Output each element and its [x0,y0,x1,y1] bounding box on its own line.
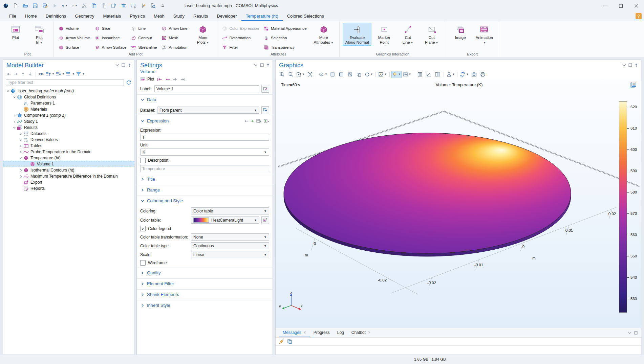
expand-icon[interactable] [18,138,23,141]
show-eye-button[interactable] [38,71,44,77]
plot-button[interactable]: Plot [5,23,26,41]
tree-item-study-1[interactable]: Study 1 [3,118,134,124]
dataset-goto-button[interactable] [261,106,269,114]
dataset-select[interactable]: From parent▼ [157,107,259,114]
save-as-button[interactable] [42,3,48,9]
expand-all-button[interactable]: ▼ [45,71,55,77]
evaluate-along-normal-button[interactable]: EvaluateAlong Normal [343,23,371,46]
tree-item-volume-1[interactable]: Volume 1 [3,161,134,167]
tree-item-tables[interactable]: Tables [3,143,134,149]
nav-forward-button[interactable] [13,71,19,77]
update-button[interactable]: ▼ [459,71,469,78]
scene-light-button[interactable]: ▼ [391,71,402,78]
description-checkbox[interactable] [140,158,146,163]
ribbon-tab-definitions[interactable]: Definitions [41,12,71,21]
dock-tab-chatbot[interactable]: Chatbot× [348,328,374,337]
section-title[interactable]: Title [137,174,273,184]
view-yz-button[interactable] [337,71,346,78]
unit-select[interactable]: K▼ [140,149,269,156]
collapse-icon[interactable] [12,96,17,99]
colortable-add-button[interactable] [261,216,269,224]
panel-float-icon[interactable] [260,63,264,67]
dock-menu-icon[interactable] [628,331,631,335]
transparency-button[interactable]: Transparency [262,44,309,51]
section-data[interactable]: Data [137,94,273,105]
panel-pin-icon[interactable] [128,63,131,67]
dock-float-icon[interactable] [634,331,638,335]
ribbon-tab-results[interactable]: Results [189,12,212,21]
contour-button[interactable]: Contour [130,35,159,41]
tree-item-derived-values[interactable]: 8.85e-12Derived Values [3,137,134,143]
copy-messages-icon[interactable] [287,339,292,344]
ribbon-collapse-button[interactable] [160,3,166,9]
open-file-button[interactable] [22,3,28,9]
tree-item-temperature-ht[interactable]: Temperature (ht) [3,155,134,161]
plot-first-icon[interactable] [157,77,162,82]
expand-icon[interactable] [18,132,23,135]
label-edit-button[interactable] [261,85,269,93]
zoom-in-button[interactable] [278,71,286,78]
more-attributes-button[interactable]: MoreAttributes▼ [311,23,336,46]
ribbon-tab-temperature-ht[interactable]: Temperature (ht) [241,12,283,21]
wireframe-checkbox[interactable] [140,260,146,266]
ribbon-tab-mesh[interactable]: Mesh [149,12,169,21]
environment-button[interactable]: ▼ [402,71,412,78]
section-inherit-style[interactable]: Inherit Style [137,300,273,310]
panel-menu-icon[interactable] [254,63,258,67]
colortable-select[interactable]: HeatCameraLight▼ [191,217,259,224]
expr-next-icon[interactable] [250,119,254,123]
section-expression[interactable]: Expression [137,116,273,126]
dock-tab-progress[interactable]: Progress [310,328,334,337]
collapse-icon[interactable] [18,157,23,160]
plot-next-icon[interactable] [173,77,178,82]
expand-icon[interactable] [18,144,23,147]
panel-menu-icon[interactable] [115,63,119,67]
select-box-button[interactable] [130,3,136,9]
tree-filter-button[interactable]: ▼ [76,71,85,77]
surface-button[interactable]: Surface [57,44,93,51]
ribbon-tab-materials[interactable]: Materials [99,12,125,21]
cut-line-button[interactable]: CutLine▼ [397,23,419,46]
section-range[interactable]: Range [137,185,273,195]
move-down-button[interactable] [27,71,33,77]
tree-nodes-button[interactable]: ▼ [66,71,75,77]
filter-button[interactable]: Filter [221,44,262,51]
show-grid-button[interactable] [416,71,424,78]
delete-button[interactable] [121,3,127,9]
ribbon-tab-physics[interactable]: Physics [125,12,149,21]
panel-pin-icon[interactable] [266,63,270,67]
print-button[interactable] [478,71,487,78]
plot-last-icon[interactable] [180,77,186,82]
pointer-flash-button[interactable] [140,3,146,9]
colortable-type-select[interactable]: Continuous▼ [191,242,269,249]
deformation-button[interactable]: Deformation [221,35,262,41]
ribbon-tab-file[interactable]: File [5,12,21,21]
slice-button[interactable]: Slice [93,25,129,32]
expand-icon[interactable] [18,175,23,178]
orthographic-button[interactable] [355,71,363,78]
clear-messages-icon[interactable] [279,339,284,344]
tree-item-materials[interactable]: Materials [3,106,134,112]
redo-button[interactable]: ▼ [71,3,78,9]
plot-area[interactable]: Time=60 s Volume: Temperature (K) 0m-0.0… [276,79,641,329]
view-xy-button[interactable] [328,71,337,78]
tree-item-results[interactable]: Results [3,124,134,131]
expr-insert-icon[interactable] [264,119,269,123]
ribbon-tab-colored-selections[interactable]: Colored Selections [283,12,328,21]
minimize-button[interactable] [597,0,613,12]
tree-item-reports[interactable]: Reports [3,185,134,191]
split-view-button[interactable] [433,71,442,78]
arrow-volume-button[interactable]: Arrow Volume [57,35,93,41]
preview-button[interactable] [150,3,156,9]
more-plots-button[interactable]: MorePlots▼ [192,23,214,46]
zoom-selected-button[interactable] [306,71,314,78]
comsol-logo-button[interactable] [3,3,9,9]
run-button[interactable] [52,3,58,9]
selection-button[interactable]: Selection [262,35,309,41]
section-coloring-style[interactable]: Coloring and Style [137,196,273,206]
animation-button[interactable]: Animation▼ [473,23,495,46]
description-input[interactable] [140,165,269,172]
panel-float-icon[interactable] [122,63,125,67]
tree-filter-input[interactable] [6,79,124,86]
ribbon-tab-home[interactable]: Home [21,12,41,21]
